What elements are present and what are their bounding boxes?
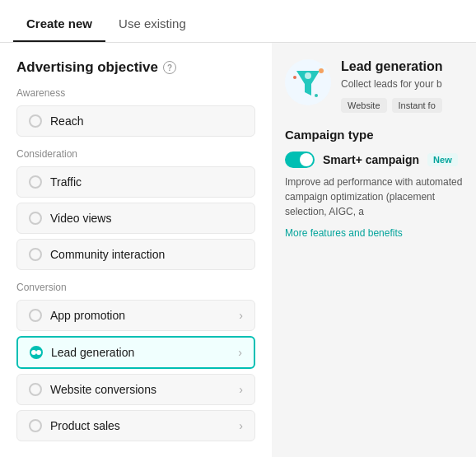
objective-desc: Collect leads for your b: [341, 77, 443, 91]
arrow-product-sales: ›: [239, 419, 243, 432]
help-icon[interactable]: ?: [163, 61, 176, 74]
arrow-app-promotion: ›: [239, 309, 243, 322]
radio-product-sales: [29, 419, 42, 432]
section-title-text: Advertising objective: [16, 59, 158, 76]
option-product-sales[interactable]: Product sales ›: [16, 410, 255, 441]
left-panel: Advertising objective ? Awareness Reach …: [0, 43, 272, 457]
badge-website: Website: [341, 98, 387, 113]
radio-traffic: [29, 175, 42, 189]
toggle-label: Smart+ campaign: [323, 153, 419, 166]
radio-website-conversions: [29, 383, 42, 396]
arrow-lead-generation: ›: [238, 346, 242, 359]
category-conversion: Conversion: [16, 282, 255, 293]
category-awareness: Awareness: [16, 87, 255, 99]
option-reach[interactable]: Reach: [16, 105, 255, 137]
arrow-website-conversions: ›: [239, 383, 243, 396]
svg-point-5: [305, 72, 311, 79]
radio-reach: [29, 114, 42, 128]
option-product-sales-label: Product sales: [50, 419, 120, 432]
campaign-desc: Improve ad performance with automated ca…: [285, 175, 463, 219]
option-video-views-label: Video views: [50, 212, 111, 225]
section-title: Advertising objective ?: [16, 59, 255, 76]
svg-point-4: [315, 94, 318, 97]
radio-video-views: [29, 212, 42, 225]
option-reach-label: Reach: [50, 114, 83, 128]
tab-use-existing[interactable]: Use existing: [105, 7, 199, 42]
option-community-interaction-label: Community interaction: [50, 248, 165, 261]
badge-instant-form: Instant fo: [392, 98, 442, 113]
lead-generation-icon: [285, 59, 331, 105]
radio-lead-generation: [30, 346, 43, 359]
new-badge: New: [427, 153, 458, 166]
radio-community-interaction: [29, 248, 42, 261]
option-video-views[interactable]: Video views: [16, 203, 255, 234]
radio-app-promotion: [29, 309, 42, 322]
option-traffic[interactable]: Traffic: [16, 166, 255, 198]
option-app-promotion-label: App promotion: [50, 309, 125, 322]
option-lead-generation-label: Lead generation: [51, 346, 134, 359]
option-community-interaction[interactable]: Community interaction: [16, 239, 255, 270]
campaign-type-title: Campaign type: [285, 128, 463, 142]
right-panel: Lead generation Collect leads for your b…: [272, 43, 476, 457]
option-traffic-label: Traffic: [50, 175, 82, 189]
toggle-row: Smart+ campaign New: [285, 152, 463, 168]
main-content: Advertising objective ? Awareness Reach …: [0, 43, 476, 457]
objective-preview: Lead generation Collect leads for your b…: [285, 59, 463, 113]
objective-name: Lead generation: [341, 59, 443, 74]
svg-point-3: [293, 76, 296, 79]
category-consideration: Consideration: [16, 148, 255, 160]
objective-info: Lead generation Collect leads for your b…: [341, 59, 443, 113]
option-website-conversions[interactable]: Website conversions ›: [16, 374, 255, 405]
tab-bar: Create new Use existing: [0, 0, 476, 43]
option-website-conversions-label: Website conversions: [50, 383, 156, 396]
badge-group: Website Instant fo: [341, 98, 443, 113]
tab-create-new[interactable]: Create new: [13, 7, 105, 42]
option-lead-generation[interactable]: Lead generation ›: [16, 336, 255, 369]
svg-point-2: [319, 68, 324, 73]
more-features-link[interactable]: More features and benefits: [285, 227, 403, 239]
smart-campaign-toggle[interactable]: [285, 152, 315, 168]
option-app-promotion[interactable]: App promotion ›: [16, 300, 255, 331]
